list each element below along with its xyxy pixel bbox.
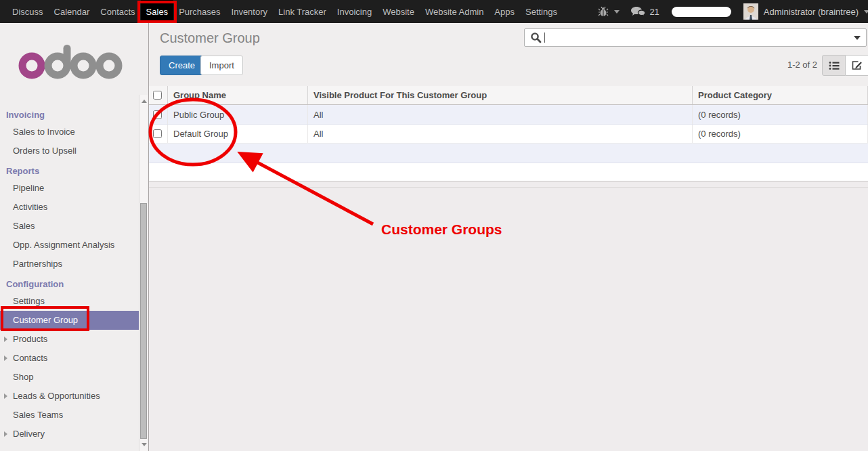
scroll-down-icon[interactable] — [142, 443, 147, 446]
nav-item-settings[interactable]: Settings — [520, 0, 563, 23]
list-view-button[interactable] — [822, 55, 846, 76]
nav-item-label: Purchases — [179, 7, 220, 17]
nav-item-label: Link Tracker — [278, 7, 326, 17]
table-filler-row — [149, 163, 868, 181]
page-title: Customer Group — [160, 30, 260, 46]
sidebar-menu: Invoicing Sales to Invoice Orders to Ups… — [0, 104, 148, 444]
nav-item-calendar[interactable]: Calendar — [49, 0, 95, 23]
cell-product-category: (0 records) — [693, 125, 868, 143]
navbar-right-cluster: 21 Administrator (braintree) — [598, 0, 868, 23]
scrollbar-thumb[interactable] — [140, 203, 147, 439]
sidebar-item-sales[interactable]: Sales — [0, 217, 139, 236]
nav-item-label: Settings — [525, 7, 557, 17]
row-select-cell — [149, 105, 168, 124]
messages-icon[interactable] — [630, 6, 646, 18]
row-checkbox[interactable] — [153, 110, 162, 119]
nav-item-label: Website — [383, 7, 414, 17]
sidebar-item-orders-to-upsell[interactable]: Orders to Upsell — [0, 142, 139, 160]
nav-item-inventory[interactable]: Inventory — [226, 0, 273, 23]
cell-group-name: Public Group — [168, 105, 308, 124]
nav-item-contacts[interactable]: Contacts — [95, 0, 140, 23]
sidebar-item-label: Leads & Opportunities — [13, 391, 100, 401]
sidebar-heading-configuration: Configuration — [0, 274, 148, 292]
user-caret-down-icon[interactable] — [864, 10, 868, 14]
nav-item-label: Sales — [146, 7, 169, 17]
control-panel: Customer Group Create Import 1-2 of 2 — [149, 23, 868, 86]
user-avatar[interactable] — [743, 3, 758, 20]
sidebar-heading-invoicing: Invoicing — [0, 104, 148, 123]
expand-caret-icon — [4, 337, 7, 342]
bug-icon[interactable] — [598, 6, 609, 17]
cell-visible-product: All — [308, 105, 693, 124]
sidebar-item-label: Orders to Upsell — [13, 146, 77, 156]
row-select-cell — [149, 125, 168, 143]
sidebar: Invoicing Sales to Invoice Orders to Ups… — [0, 23, 149, 451]
expand-caret-icon — [4, 431, 7, 437]
expand-caret-icon — [4, 393, 7, 399]
debug-caret-down-icon[interactable] — [614, 10, 620, 14]
sidebar-item-settings[interactable]: Settings — [0, 292, 139, 311]
user-menu[interactable]: Administrator (braintree) — [764, 7, 859, 17]
column-header-visible-product[interactable]: Visible Product For This Customer Group — [308, 86, 693, 104]
sidebar-item-label: Sales — [13, 221, 35, 231]
search-input[interactable] — [545, 30, 850, 45]
progress-pill — [672, 7, 731, 17]
sidebar-item-activities[interactable]: Activities — [0, 198, 139, 217]
pager-counter: 1-2 of 2 — [787, 60, 817, 70]
column-header-group-name[interactable]: Group Name — [168, 86, 308, 104]
sidebar-item-label: Settings — [13, 296, 45, 306]
sidebar-item-shop[interactable]: Shop — [0, 368, 139, 387]
table-row-public-group[interactable]: Public Group All (0 records) — [149, 105, 868, 125]
nav-item-discuss[interactable]: Discuss — [7, 0, 49, 23]
nav-item-label: Inventory — [232, 7, 267, 17]
sidebar-item-products[interactable]: Products — [0, 330, 139, 349]
message-count-badge: 21 — [649, 7, 659, 17]
search-dropdown-caret-icon[interactable] — [854, 36, 861, 40]
select-all-checkbox[interactable] — [153, 91, 162, 100]
sidebar-item-pipeline[interactable]: Pipeline — [0, 179, 139, 198]
nav-item-apps[interactable]: Apps — [489, 0, 520, 23]
sidebar-item-delivery[interactable]: Delivery — [0, 425, 139, 444]
nav-item-link-tracker[interactable]: Link Tracker — [273, 0, 332, 23]
row-checkbox[interactable] — [153, 129, 162, 138]
nav-item-website[interactable]: Website — [377, 0, 420, 23]
sidebar-item-label: Opp. Assignment Analysis — [13, 240, 114, 250]
nav-item-purchases[interactable]: Purchases — [173, 0, 225, 23]
sidebar-item-customer-group[interactable]: Customer Group — [0, 311, 139, 330]
create-button[interactable]: Create — [160, 56, 204, 75]
sidebar-item-label: Customer Group — [13, 315, 78, 325]
nav-item-invoicing[interactable]: Invoicing — [332, 0, 377, 23]
sidebar-item-opp-assignment-analysis[interactable]: Opp. Assignment Analysis — [0, 236, 139, 255]
cell-visible-product: All — [308, 125, 693, 143]
table-filler-row — [149, 144, 868, 163]
nav-item-label: Website Admin — [425, 7, 483, 17]
sidebar-item-partnerships[interactable]: Partnerships — [0, 255, 139, 274]
sidebar-item-leads-opportunities[interactable]: Leads & Opportunities — [0, 387, 139, 406]
table-row-default-group[interactable]: Default Group All (0 records) — [149, 125, 868, 144]
sidebar-heading-reports: Reports — [0, 160, 148, 179]
nav-item-website-admin[interactable]: Website Admin — [420, 0, 489, 23]
divider-line — [149, 187, 868, 188]
scroll-up-icon[interactable] — [142, 100, 147, 103]
sidebar-item-sales-to-invoice[interactable]: Sales to Invoice — [0, 123, 139, 142]
view-switcher — [822, 55, 868, 76]
sidebar-item-label: Sales Teams — [13, 410, 63, 420]
sidebar-item-label: Sales to Invoice — [13, 127, 75, 137]
import-button[interactable]: Import — [200, 56, 243, 75]
nav-item-label: Contacts — [100, 7, 135, 17]
edit-pencil-icon — [852, 60, 863, 70]
odoo-logo — [18, 41, 148, 80]
table-header-row: Group Name Visible Product For This Cust… — [149, 86, 868, 105]
nav-item-label: Invoicing — [337, 7, 372, 17]
nav-item-label: Calendar — [54, 7, 90, 17]
sidebar-item-contacts[interactable]: Contacts — [0, 349, 139, 368]
sidebar-item-label: Pipeline — [13, 183, 44, 193]
sidebar-item-sales-teams[interactable]: Sales Teams — [0, 406, 139, 425]
nav-item-sales[interactable]: Sales — [141, 0, 174, 23]
customer-group-table: Group Name Visible Product For This Cust… — [149, 86, 868, 181]
sidebar-item-label: Partnerships — [13, 259, 62, 269]
form-view-button[interactable] — [846, 55, 868, 76]
select-all-cell — [149, 86, 168, 104]
column-header-product-category[interactable]: Product Category — [693, 86, 868, 104]
cell-product-category: (0 records) — [693, 105, 868, 124]
